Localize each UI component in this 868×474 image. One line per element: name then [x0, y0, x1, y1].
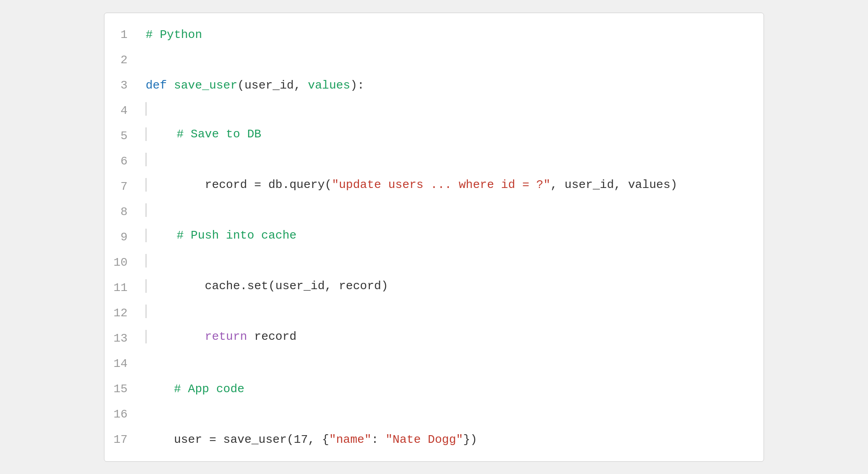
token: values — [308, 79, 350, 92]
code-line: 10 — [104, 250, 764, 275]
token: "Nate Dogg" — [386, 433, 463, 446]
line-code: # Push into cache — [141, 225, 764, 250]
code-line: 1# Python — [104, 22, 764, 47]
code-line: 12 — [104, 300, 764, 326]
line-number: 16 — [104, 402, 141, 427]
line-code — [141, 351, 764, 376]
token — [167, 79, 174, 92]
indent-guide — [146, 178, 146, 192]
token: record — [247, 330, 297, 343]
indent-guide — [146, 127, 146, 141]
token: , user_id, values) — [551, 178, 678, 192]
line-number: 17 — [104, 427, 141, 452]
line-number: 5 — [104, 123, 141, 149]
token: cache.set(user_id, record) — [148, 279, 388, 293]
code-line: 3def save_user(user_id, values): — [104, 73, 764, 98]
line-number: 8 — [104, 199, 141, 225]
line-code: cache.set(user_id, record) — [141, 275, 764, 300]
token: : — [372, 433, 386, 446]
line-number: 1 — [104, 22, 141, 47]
token: save_user — [174, 79, 237, 92]
line-number: 13 — [104, 326, 141, 351]
line-code — [141, 402, 764, 427]
line-number: 6 — [104, 149, 141, 174]
line-number: 10 — [104, 250, 141, 275]
code-line: 13 return record — [104, 326, 764, 351]
line-code — [141, 47, 764, 73]
line-number: 4 — [104, 98, 141, 123]
indent-guide — [146, 279, 146, 293]
token: return — [205, 330, 247, 343]
token: (user_id, — [237, 79, 308, 92]
token: ): — [350, 79, 364, 92]
line-number: 12 — [104, 300, 141, 326]
token — [148, 330, 205, 343]
code-line: 14 — [104, 351, 764, 376]
code-line: 15 # App code — [104, 376, 764, 402]
line-code: user = save_user(17, {"name": "Nate Dogg… — [141, 427, 764, 452]
code-line: 11 cache.set(user_id, record) — [104, 275, 764, 300]
line-number: 3 — [104, 73, 141, 98]
token: "update users ... where id = ?" — [332, 178, 551, 192]
code-editor: 1# Python2 3def save_user(user_id, value… — [104, 13, 764, 462]
code-line: 16 — [104, 402, 764, 427]
code-line: 2 — [104, 47, 764, 73]
token: # Python — [146, 28, 202, 42]
line-code: # App code — [141, 376, 764, 402]
code-line: 4 — [104, 98, 764, 123]
token — [146, 382, 174, 396]
code-table: 1# Python2 3def save_user(user_id, value… — [104, 22, 764, 452]
token: record = db.query( — [148, 178, 332, 192]
line-code: # Save to DB — [141, 123, 764, 149]
indent-guide — [146, 330, 146, 343]
code-line: 17 user = save_user(17, {"name": "Nate D… — [104, 427, 764, 452]
line-code — [141, 300, 764, 326]
line-code: # Python — [141, 22, 764, 47]
token — [148, 127, 176, 141]
code-line: 6 — [104, 149, 764, 174]
token: }) — [463, 433, 477, 446]
line-code — [141, 149, 764, 174]
line-code — [141, 250, 764, 275]
token: "name" — [329, 433, 372, 446]
line-number: 2 — [104, 47, 141, 73]
code-line: 8 — [104, 199, 764, 225]
token: # Save to DB — [177, 127, 261, 141]
code-line: 5 # Save to DB — [104, 123, 764, 149]
indent-guide — [146, 229, 146, 242]
line-code: def save_user(user_id, values): — [141, 73, 764, 98]
token: def — [146, 79, 167, 92]
code-line: 7 record = db.query("update users ... wh… — [104, 174, 764, 199]
line-code: return record — [141, 326, 764, 351]
line-number: 15 — [104, 376, 141, 402]
line-number: 7 — [104, 174, 141, 199]
line-number: 11 — [104, 275, 141, 300]
token: # Push into cache — [177, 229, 297, 242]
line-number: 9 — [104, 225, 141, 250]
line-code: record = db.query("update users ... wher… — [141, 174, 764, 199]
line-code — [141, 199, 764, 225]
code-line: 9 # Push into cache — [104, 225, 764, 250]
line-number: 14 — [104, 351, 141, 376]
token: user = save_user(17, { — [146, 433, 329, 446]
token — [148, 229, 176, 242]
line-code — [141, 98, 764, 123]
token: # App code — [174, 382, 245, 396]
